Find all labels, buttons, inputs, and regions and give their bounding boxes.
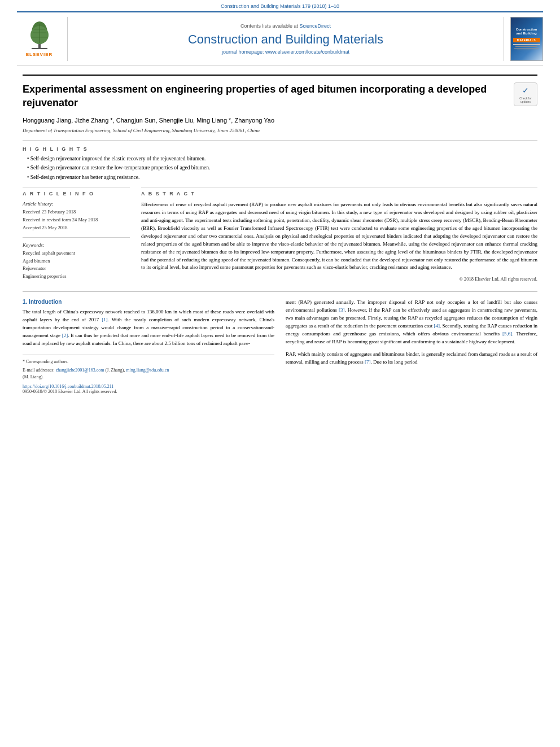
keyword-item: Recycled asphalt pavement [23,250,130,257]
cover-title: Construction and Building [513,28,540,36]
introduction-heading: 1. Introduction [23,299,274,305]
article-info-abstract: A R T I C L E I N F O Article history: R… [23,187,537,282]
cover-image: Construction and Building MATERIALS [510,17,543,61]
intro-para-3: RAP, which mainly consists of aggregates… [286,351,537,366]
affiliation: Department of Transportation Engineering… [23,128,537,133]
history-label: Article history: [23,201,130,207]
abstract-text: Effectiveness of reuse of recycled aspha… [141,201,537,272]
body-col-left: 1. Introduction The total length of Chin… [23,299,274,394]
email-2-link[interactable]: ming.liang@sdu.edu.cn [126,368,169,373]
journal-homepage: journal homepage: www.elsevier.com/locat… [222,49,349,55]
journal-ref-text: Construction and Building Materials 179 … [221,3,339,9]
journal-header-center: Contents lists available at ScienceDirec… [68,17,504,61]
ref-2: [2] [62,333,68,338]
accepted-date: Accepted 25 May 2018 [23,225,130,231]
highlight-item: Self-design rejuvenator can restore the … [27,164,537,172]
elsevier-logo: ELSEVIER [17,17,68,61]
footnote-area: * Corresponding authors. E-mail addresse… [23,355,274,394]
check-updates-badge: ✓ Check for updates [514,82,537,106]
received-revised-date: Received in revised form 24 May 2018 [23,217,130,224]
check-updates-icon: ✓ [522,86,529,95]
doi-line[interactable]: https://doi.org/10.1016/j.conbuildmat.20… [23,384,274,389]
cover-subtitle: MATERIALS [517,38,536,42]
received-date: Received 23 February 2018 [23,209,130,216]
journal-reference: Construction and Building Materials 179 … [0,0,560,11]
sciencedirect-line: Contents lists available at ScienceDirec… [240,23,331,29]
email-2-author: (M. Liang). [23,374,43,379]
sciencedirect-link[interactable]: ScienceDirect [300,23,331,29]
corresponding-authors-note: * Corresponding authors. [23,359,274,365]
intro-para-1: The total length of China's expressway n… [23,308,274,348]
journal-header: ELSEVIER Contents lists available at Sci… [17,11,543,66]
keyword-item: Aged bitumen [23,258,130,265]
homepage-prefix: journal homepage: [222,49,264,55]
introduction-section: 1. Introduction The total length of Chin… [23,291,537,394]
abstract-col: A B S T R A C T Effectiveness of reuse o… [141,187,537,282]
journal-cover: Construction and Building MATERIALS [504,17,543,61]
keyword-item: Rejuvenator [23,265,130,272]
ref-7: [7] [365,359,371,365]
journal-title: Construction and Building Materials [188,32,383,47]
ref-3: [3] [339,307,345,313]
page: Construction and Building Materials 179 … [0,0,560,747]
cover-orange-bar: MATERIALS [513,38,540,42]
sciencedirect-prefix: Contents lists available at [240,23,298,29]
introduction-two-col: 1. Introduction The total length of Chin… [23,299,537,394]
cover-title-text: Construction and Building [516,28,537,35]
abstract-label: A B S T R A C T [141,187,537,196]
highlight-item: Self-design rejuvenator has better aging… [27,174,537,181]
highlights-label: H I G H L I G H T S [23,146,537,152]
email-1-author: (J. Zhang), [105,368,125,373]
article-info-col: A R T I C L E I N F O Article history: R… [23,187,130,282]
highlights-list: Self-design rejuvenator improved the ela… [23,155,537,181]
intro-para-2: ment (RAP) generated annually. The impro… [286,299,537,346]
svg-rect-1 [32,48,47,49]
check-updates-text: Check for updates [514,97,537,103]
email-label: E-mail addresses: [23,368,55,373]
body-col-right: ment (RAP) generated annually. The impro… [286,299,537,394]
elsevier-tree-icon [20,21,59,51]
ref-4: [4] [434,323,440,329]
highlight-item: Self-design rejuvenator improved the ela… [27,155,537,163]
main-content: Experimental assessment on engineering p… [0,66,560,403]
article-info-label: A R T I C L E I N F O [23,187,130,196]
email-1-link[interactable]: zhangjizhe2001@163.com [56,368,104,373]
highlights-divider [23,140,537,141]
keywords-label: Keywords: [23,237,130,248]
issn-line: 0950-0618/© 2018 Elsevier Ltd. All right… [23,389,274,394]
ref-1: [1] [102,317,108,322]
ref-5-6: [5,6] [502,331,512,337]
article-title-section: Experimental assessment on engineering p… [23,75,537,110]
authors-line: Hongguang Jiang, Jizhe Zhang *, Changjun… [23,116,537,125]
homepage-url[interactable]: www.elsevier.com/locate/conbuildmat [265,49,349,55]
elsevier-text: ELSEVIER [26,52,53,57]
email-addresses: E-mail addresses: zhangjizhe2001@163.com… [23,367,274,381]
copyright: © 2018 Elsevier Ltd. All rights reserved… [141,276,537,282]
keyword-item: Engineering properties [23,273,130,280]
article-title: Experimental assessment on engineering p… [23,82,514,110]
